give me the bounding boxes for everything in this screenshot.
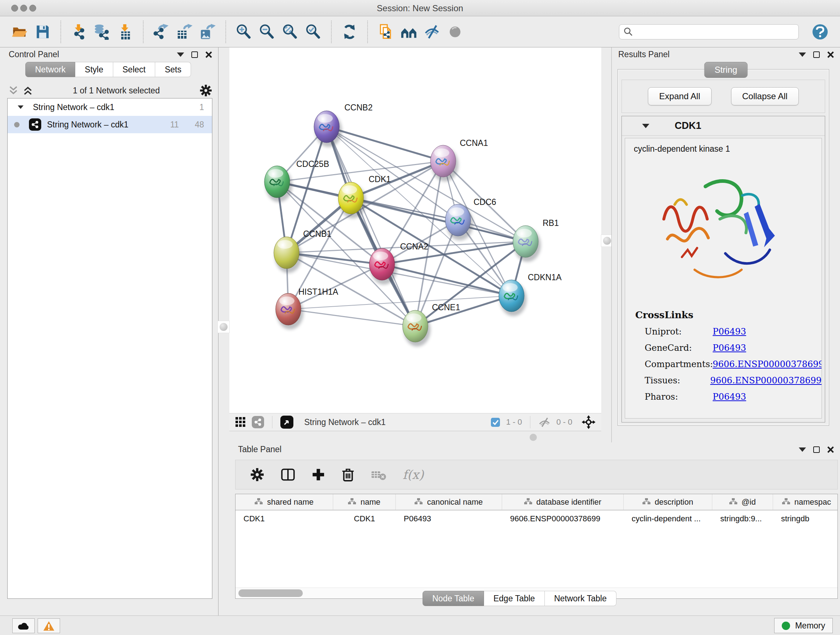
network-state-dot-icon bbox=[14, 122, 19, 127]
float-panel-icon[interactable] bbox=[813, 51, 820, 58]
crosslinks-section: CrossLinks Uniprot:P06493GeneCard:P06493… bbox=[635, 310, 821, 402]
memory-button[interactable]: Memory bbox=[774, 618, 833, 633]
node-label-CDC6: CDC6 bbox=[474, 197, 496, 207]
column-tree-icon bbox=[729, 497, 737, 507]
hidden-count-badge: 0 - 0 bbox=[556, 417, 572, 427]
zoom-in-icon[interactable] bbox=[234, 22, 254, 42]
column-header-namespac[interactable]: namespac bbox=[773, 494, 838, 510]
horizontal-splitter-handle[interactable] bbox=[530, 434, 537, 441]
tab-network[interactable]: Network bbox=[25, 62, 75, 77]
save-session-icon[interactable] bbox=[33, 22, 53, 42]
tab-sets[interactable]: Sets bbox=[155, 62, 191, 77]
tab-edge-table[interactable]: Edge Table bbox=[484, 591, 545, 606]
grid-view-icon[interactable] bbox=[235, 417, 246, 428]
memory-status-dot-icon bbox=[782, 622, 790, 630]
crosslink-link[interactable]: 9606.ENSP00000378699 bbox=[710, 375, 821, 386]
zoom-fit-content-icon[interactable] bbox=[280, 22, 300, 42]
open-session-icon[interactable] bbox=[9, 22, 30, 42]
network-collection-row[interactable]: String Network – cdk1 1 bbox=[8, 98, 212, 116]
delete-column-icon[interactable] bbox=[341, 467, 355, 482]
selected-nodes-checkbox-icon[interactable] bbox=[491, 417, 500, 427]
network-row[interactable]: String Network – cdk1 11 48 bbox=[8, 116, 212, 133]
gear-icon[interactable] bbox=[199, 84, 212, 97]
export-table-icon[interactable] bbox=[174, 22, 195, 42]
tab-network-table[interactable]: Network Table bbox=[545, 591, 616, 606]
section-expand-icon[interactable] bbox=[642, 124, 649, 128]
export-image-icon[interactable] bbox=[197, 22, 218, 42]
minimize-window-button[interactable] bbox=[20, 5, 27, 11]
table-cell: stringdb:9... bbox=[712, 514, 773, 524]
close-panel-icon[interactable] bbox=[827, 51, 834, 58]
export-network-icon[interactable] bbox=[151, 22, 172, 42]
delete-table-icon[interactable] bbox=[371, 469, 387, 481]
show-all-icon[interactable] bbox=[445, 22, 465, 42]
gene-section-header[interactable]: CDK1 bbox=[622, 116, 825, 136]
scrollbar-thumb[interactable] bbox=[238, 589, 303, 597]
function-builder-icon[interactable]: f(x) bbox=[403, 467, 424, 482]
import-network-from-database-icon[interactable] bbox=[92, 22, 112, 42]
panel-menu-icon[interactable] bbox=[799, 448, 806, 452]
cloud-icon bbox=[17, 622, 30, 630]
help-icon[interactable] bbox=[813, 24, 828, 40]
panel-menu-icon[interactable] bbox=[177, 52, 184, 57]
column-header-name[interactable]: name bbox=[333, 494, 396, 510]
birds-eye-view-icon[interactable] bbox=[280, 416, 294, 429]
panel-menu-icon[interactable] bbox=[799, 52, 806, 57]
column-header-database-identifier[interactable]: database identifier bbox=[502, 494, 624, 510]
show-columns-icon[interactable] bbox=[280, 467, 295, 482]
tab-style[interactable]: Style bbox=[75, 62, 113, 77]
import-table-from-file-icon[interactable] bbox=[115, 22, 135, 42]
network-share-view-icon[interactable] bbox=[252, 416, 264, 428]
close-panel-icon[interactable] bbox=[827, 446, 834, 453]
import-network-from-file-icon[interactable] bbox=[69, 22, 89, 42]
close-panel-icon[interactable] bbox=[205, 51, 212, 58]
search-input[interactable] bbox=[637, 27, 794, 36]
column-header-shared-name[interactable]: shared name bbox=[235, 494, 333, 510]
duplicate-network-icon[interactable] bbox=[376, 22, 396, 42]
warnings-button[interactable] bbox=[38, 618, 60, 633]
crosslink-link[interactable]: 9606.ENSP00000378699 bbox=[713, 359, 822, 369]
crosslink-link[interactable]: P06493 bbox=[713, 343, 746, 353]
table-panel-title: Table Panel bbox=[238, 445, 281, 454]
tab-node-table[interactable]: Node Table bbox=[423, 591, 484, 606]
collapse-all-button[interactable]: Collapse All bbox=[731, 87, 799, 105]
table-header-row: shared namenamecanonical namedatabase id… bbox=[235, 494, 837, 510]
cloud-status-button[interactable] bbox=[12, 618, 35, 633]
collapse-all-chevrons-icon[interactable] bbox=[8, 85, 19, 96]
control-panel-title: Control Panel bbox=[9, 50, 59, 59]
column-header-canonical-name[interactable]: canonical name bbox=[396, 494, 502, 510]
search-box[interactable] bbox=[619, 24, 799, 40]
node-label-CCNE1: CCNE1 bbox=[432, 302, 460, 312]
crosslink-link[interactable]: P06493 bbox=[713, 392, 746, 402]
expand-all-chevrons-icon[interactable] bbox=[22, 85, 33, 96]
zoom-out-icon[interactable] bbox=[257, 22, 277, 42]
expand-all-button[interactable]: Expand All bbox=[648, 87, 711, 105]
zoom-window-button[interactable] bbox=[29, 5, 36, 11]
crosslinks-title: CrossLinks bbox=[635, 310, 821, 320]
network-canvas[interactable]: CCNB2CCNA1CDC25BCDK1CDC6RB1CCNB1CCNA2CDK… bbox=[229, 48, 601, 413]
pan-crosshair-icon[interactable] bbox=[582, 415, 595, 429]
close-window-button[interactable] bbox=[11, 5, 18, 11]
table-settings-gear-icon[interactable] bbox=[250, 467, 264, 482]
refresh-network-view-icon[interactable] bbox=[339, 22, 360, 42]
column-header-description[interactable]: description bbox=[624, 494, 712, 510]
create-column-icon[interactable] bbox=[311, 468, 325, 481]
table-row[interactable]: CDK1CDK1P064939606.ENSP00000378699cyclin… bbox=[235, 510, 837, 527]
hide-selected-icon[interactable] bbox=[422, 22, 442, 42]
zoom-selected-region-icon[interactable] bbox=[303, 22, 324, 42]
tab-string[interactable]: String bbox=[704, 62, 748, 78]
tab-select[interactable]: Select bbox=[113, 62, 156, 77]
column-header--id[interactable]: @id bbox=[712, 494, 773, 510]
float-panel-icon[interactable] bbox=[813, 447, 820, 453]
left-splitter-handle[interactable] bbox=[218, 321, 230, 333]
first-neighbors-icon[interactable] bbox=[399, 22, 419, 42]
float-panel-icon[interactable] bbox=[191, 51, 198, 58]
table-panel: Table Panel bbox=[229, 442, 840, 616]
hidden-eye-icon[interactable] bbox=[538, 417, 551, 428]
table-cell: P06493 bbox=[396, 514, 502, 524]
string-results-box: Expand All Collapse All CDK1 cyclin-depe… bbox=[617, 69, 829, 426]
crosslink-link[interactable]: P06493 bbox=[713, 326, 746, 337]
node-table[interactable]: shared namenamecanonical namedatabase id… bbox=[235, 494, 838, 599]
collection-expand-icon[interactable] bbox=[18, 105, 24, 109]
crosslink-label: Uniprot: bbox=[645, 326, 713, 337]
